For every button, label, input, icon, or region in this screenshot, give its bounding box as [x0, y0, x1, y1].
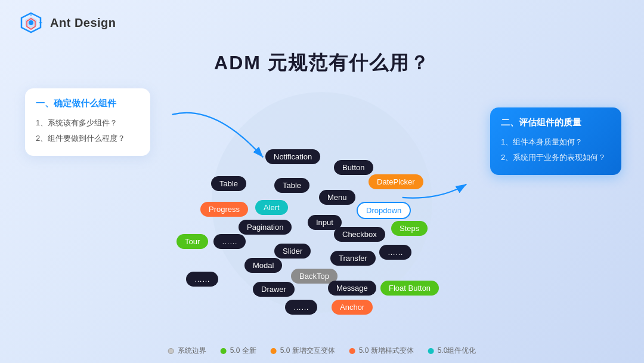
- pill-table-right: Table: [274, 178, 309, 193]
- legend-label-interactive: 5.0 新增交互变体: [280, 346, 335, 356]
- pill-steps: Steps: [391, 221, 428, 236]
- pill-tour: Tour: [177, 234, 208, 249]
- pill-notification: Notification: [265, 149, 320, 164]
- main-area: 一、确定做什么组件 1、系统该有多少组件？ 2、组件要做到什么程度？ 二、评估组…: [0, 72, 644, 333]
- pill-pagination: Pagination: [239, 220, 292, 235]
- left-card: 一、确定做什么组件 1、系统该有多少组件？ 2、组件要做到什么程度？: [25, 88, 150, 156]
- left-card-item-1: 1、系统该有多少组件？: [36, 115, 140, 131]
- header: Ant Design: [0, 0, 644, 45]
- pill-anchor: Anchor: [332, 300, 373, 315]
- legend-label-optimize: 5.0组件优化: [438, 346, 476, 356]
- pill-alert: Alert: [255, 200, 288, 215]
- ant-design-logo-icon: [19, 11, 43, 35]
- legend-item-optimize: 5.0组件优化: [428, 346, 476, 356]
- brand-name: Ant Design: [50, 16, 116, 30]
- legend-item-interactive: 5.0 新增交互变体: [271, 346, 335, 356]
- pill-slider: Slider: [274, 244, 311, 259]
- legend-dot-optimize: [428, 348, 434, 354]
- legend-dot-boundary: [168, 348, 174, 354]
- pill-float-button: Float Button: [380, 281, 439, 296]
- pill-progress: Progress: [200, 202, 248, 217]
- pill-dots-1: ……: [213, 234, 246, 249]
- legend-item-style: 5.0 新增样式变体: [349, 346, 414, 356]
- legend-label-style: 5.0 新增样式变体: [359, 346, 414, 356]
- pill-message: Message: [328, 281, 376, 296]
- svg-point-2: [29, 20, 33, 25]
- pill-checkbox: Checkbox: [334, 227, 385, 242]
- pill-modal: Modal: [244, 258, 282, 273]
- pill-dots-2: ……: [379, 245, 411, 260]
- right-card: 二、评估组件的质量 1、组件本身质量如何？ 2、系统用于业务的表现如何？: [490, 107, 621, 175]
- pill-dropdown: Dropdown: [357, 202, 411, 219]
- pill-drawer: Drawer: [253, 282, 295, 297]
- legend-dot-new: [221, 348, 227, 354]
- legend-label-boundary: 系统边界: [178, 346, 206, 356]
- pill-menu: Menu: [319, 190, 355, 205]
- pill-button: Button: [334, 160, 373, 175]
- pill-dots-4: ……: [285, 300, 317, 315]
- pill-backtop: BackTop: [291, 269, 338, 284]
- legend-dot-style: [349, 348, 355, 354]
- pill-datepicker: DatePicker: [369, 174, 423, 189]
- right-card-item-2: 2、系统用于业务的表现如何？: [501, 150, 611, 165]
- pill-table-left: Table: [211, 176, 246, 191]
- legend-dot-interactive: [271, 348, 277, 354]
- right-card-item-1: 1、组件本身质量如何？: [501, 134, 611, 150]
- pill-transfer: Transfer: [330, 251, 376, 266]
- left-card-item-2: 2、组件要做到什么程度？: [36, 131, 140, 146]
- legend-item-boundary: 系统边界: [168, 346, 206, 356]
- left-card-title: 一、确定做什么组件: [36, 98, 140, 109]
- right-card-title: 二、评估组件的质量: [501, 117, 611, 128]
- legend-label-new: 5.0 全新: [230, 346, 256, 356]
- legend: 系统边界 5.0 全新 5.0 新增交互变体 5.0 新增样式变体 5.0组件优…: [168, 346, 476, 356]
- legend-item-new: 5.0 全新: [221, 346, 256, 356]
- pill-dots-3: ……: [186, 272, 218, 287]
